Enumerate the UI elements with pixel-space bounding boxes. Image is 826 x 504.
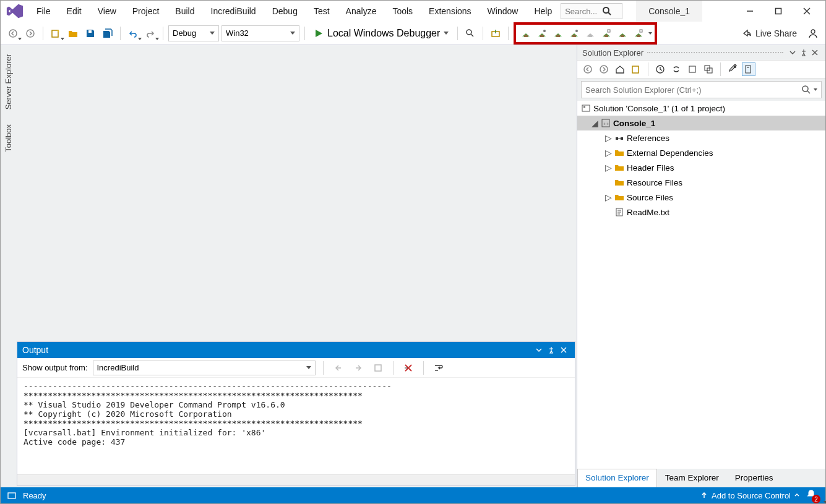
solution-explorer-sync-button[interactable] [488, 26, 503, 41]
menu-build[interactable]: Build [168, 2, 202, 20]
output-next-button[interactable] [351, 361, 366, 375]
se-dropdown-button[interactable] [787, 47, 798, 58]
save-button[interactable] [83, 26, 98, 41]
output-wrap-button[interactable] [431, 361, 446, 375]
menu-debug[interactable]: Debug [265, 2, 305, 20]
add-to-source-control-button[interactable]: Add to Source Control [700, 491, 799, 500]
output-text[interactable]: ----------------------------------------… [17, 378, 575, 474]
se-back-button[interactable] [581, 62, 595, 76]
expand-icon[interactable]: ▷ [604, 149, 612, 156]
output-horizontal-scrollbar[interactable] [17, 474, 575, 485]
live-share-button[interactable]: Live Share [736, 28, 803, 38]
center-area: Output Show output from: IncrediBuild [15, 45, 577, 487]
solution-platform-dropdown[interactable]: Win32 [222, 25, 299, 41]
expand-icon[interactable]: ▷ [604, 134, 612, 142]
menu-incredibuild[interactable]: IncrediBuild [204, 2, 264, 20]
output-prev-button[interactable] [331, 361, 346, 375]
solution-config-dropdown[interactable]: Debug [168, 25, 219, 41]
server-explorer-tab[interactable]: Server Explorer [2, 50, 14, 113]
menu-file[interactable]: File [29, 2, 58, 20]
collapse-icon[interactable]: ◢ [591, 119, 598, 127]
output-goto-button[interactable] [371, 361, 385, 375]
header-files-node[interactable]: ▷ Header Files [577, 160, 825, 175]
menu-extensions[interactable]: Extensions [421, 2, 478, 20]
nav-back-button[interactable] [6, 26, 20, 41]
expand-icon[interactable]: ▷ [604, 194, 612, 201]
solution-node[interactable]: Solution 'Console_1' (1 of 1 project) [577, 101, 825, 116]
project-node[interactable]: ◢ ++ Console_1 [577, 116, 825, 130]
se-switch-views-button[interactable] [629, 62, 643, 76]
window-close-button[interactable] [793, 2, 820, 20]
ib-clean-button[interactable] [583, 26, 598, 41]
project-icon: ++ [601, 118, 611, 128]
tab-properties[interactable]: Properties [727, 469, 781, 487]
references-icon [614, 133, 624, 143]
menu-analyze[interactable]: Analyze [338, 2, 384, 20]
menu-edit[interactable]: Edit [59, 2, 89, 20]
editor-surface[interactable] [15, 45, 577, 340]
ib-build-solution-button[interactable] [518, 26, 533, 41]
se-search-input[interactable] [585, 85, 801, 95]
show-output-from-dropdown[interactable]: IncrediBuild [93, 361, 316, 375]
nav-forward-button[interactable] [23, 26, 38, 41]
se-home-button[interactable] [613, 62, 627, 76]
se-properties-button[interactable] [726, 62, 739, 76]
se-search-box[interactable] [581, 81, 822, 98]
save-all-button[interactable] [100, 26, 115, 41]
global-search[interactable] [561, 3, 622, 19]
se-refresh-button[interactable] [686, 62, 699, 76]
se-forward-button[interactable] [597, 62, 611, 76]
menu-test[interactable]: Test [306, 2, 337, 20]
references-node[interactable]: ▷ References [577, 130, 825, 145]
undo-button[interactable] [126, 26, 140, 41]
menu-project[interactable]: Project [125, 2, 167, 20]
svg-line-1 [608, 12, 611, 15]
ib-monitor-button[interactable] [615, 26, 630, 41]
output-titlebar[interactable]: Output [17, 342, 575, 358]
search-icon [602, 6, 612, 16]
notifications-button[interactable]: 2 [806, 489, 819, 502]
active-project-tab[interactable]: Console_1 [636, 1, 702, 22]
svg-point-10 [467, 30, 471, 35]
new-project-button[interactable] [48, 26, 63, 41]
external-deps-node[interactable]: ▷ External Dependencies [577, 145, 825, 160]
window-maximize-button[interactable] [765, 2, 792, 20]
output-dropdown-button[interactable] [533, 344, 545, 356]
output-close-button[interactable] [557, 344, 570, 356]
account-button[interactable] [806, 26, 820, 41]
menu-view[interactable]: View [90, 2, 124, 20]
solution-label: Solution 'Console_1' (1 of 1 project) [593, 104, 725, 113]
se-collapse-all-button[interactable] [702, 62, 715, 76]
svg-rect-14 [540, 35, 544, 37]
ib-rebuild-solution-button[interactable] [535, 26, 549, 41]
se-sync-button[interactable] [669, 62, 683, 76]
open-file-button[interactable] [66, 26, 80, 41]
redo-button[interactable] [143, 26, 158, 41]
start-debug-button[interactable]: Local Windows Debugger [310, 25, 452, 41]
menu-help[interactable]: Help [527, 2, 559, 20]
ib-rebuild-project-button[interactable] [567, 26, 582, 41]
output-clear-button[interactable] [401, 361, 416, 375]
se-pin-button[interactable] [798, 47, 809, 58]
search-input[interactable] [565, 7, 602, 16]
tab-solution-explorer[interactable]: Solution Explorer [577, 469, 657, 487]
source-files-node[interactable]: ▷ Source Files [577, 190, 825, 205]
window-minimize-button[interactable] [736, 2, 764, 20]
ib-history-button[interactable] [631, 26, 646, 41]
solution-tree[interactable]: Solution 'Console_1' (1 of 1 project) ◢ … [577, 101, 825, 469]
readme-node[interactable]: ▷ ReadMe.txt [577, 205, 825, 220]
solution-explorer-titlebar[interactable]: Solution Explorer [577, 45, 825, 60]
se-show-all-files-button[interactable] [742, 62, 755, 76]
output-pin-button[interactable] [545, 344, 557, 356]
ib-compile-button[interactable] [599, 26, 614, 41]
tab-team-explorer[interactable]: Team Explorer [657, 469, 727, 487]
expand-icon[interactable]: ▷ [604, 164, 612, 171]
ib-build-project-button[interactable] [551, 26, 566, 41]
menu-tools[interactable]: Tools [385, 2, 420, 20]
toolbox-tab[interactable]: Toolbox [2, 121, 14, 156]
find-in-files-button[interactable] [463, 26, 478, 41]
se-pending-changes-button[interactable] [653, 62, 667, 76]
menu-window[interactable]: Window [480, 2, 526, 20]
se-close-button[interactable] [809, 47, 820, 58]
resource-files-node[interactable]: ▷ Resource Files [577, 175, 825, 190]
